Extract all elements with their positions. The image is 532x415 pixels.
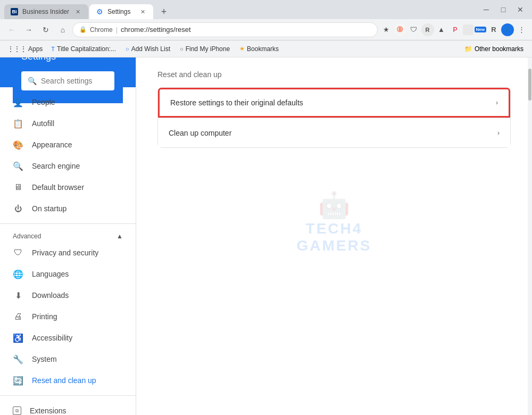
- nav-right-icons: ★ Ⓑ 🛡 R ▲ P New R 👤 ⋮: [380, 23, 528, 36]
- sidebar-item-printing[interactable]: 🖨 Printing: [0, 306, 136, 327]
- bookmark-bookmarks-label: Bookmarks: [247, 45, 279, 53]
- tab-business-insider[interactable]: BI Business Insider ✕: [4, 4, 88, 19]
- nav-bar: ← → ↻ ⌂ 🔒 Chrome | chrome://settings/res…: [0, 19, 532, 40]
- sidebar-item-default-browser-label: Default browser: [32, 183, 84, 192]
- sidebar-item-appearance[interactable]: 🎨 Appearance: [0, 134, 136, 155]
- minimize-button[interactable]: ─: [479, 2, 494, 17]
- bookmark-find-iphone[interactable]: ○ Find My iPhone: [176, 44, 234, 54]
- address-separator: |: [116, 26, 118, 34]
- search-input[interactable]: [41, 77, 134, 85]
- tab-close-settings[interactable]: ✕: [138, 7, 147, 16]
- advanced-chevron-up-icon: ▲: [117, 233, 123, 240]
- privacy-icon: 🛡: [13, 247, 23, 258]
- home-button[interactable]: ⌂: [55, 22, 70, 37]
- sidebar-item-autofill-label: Autofill: [32, 119, 54, 128]
- extensions-box-icon: ⧉: [13, 406, 21, 415]
- tab-favicon-settings: ⚙: [96, 8, 103, 15]
- languages-icon: 🌐: [13, 269, 23, 279]
- forward-button[interactable]: →: [21, 22, 36, 37]
- search-icon: 🔍: [28, 77, 37, 85]
- other-bookmarks-label: Other bookmarks: [475, 45, 523, 53]
- restore-defaults-label: Restore settings to their original defau…: [170, 98, 496, 107]
- downloads-icon: ⬇: [13, 290, 23, 301]
- sidebar-item-search-engine[interactable]: 🔍 Search engine: [0, 155, 136, 177]
- title-bar: BI Business Insider ✕ ⚙ Settings ✕ + ─ □…: [0, 0, 532, 19]
- sidebar-item-extensions-label: Extensions: [30, 406, 66, 415]
- tab-close-business-insider[interactable]: ✕: [73, 7, 82, 16]
- system-icon: 🔧: [13, 354, 23, 364]
- new-tab-button[interactable]: +: [156, 4, 171, 19]
- r-extension-icon[interactable]: R: [421, 23, 434, 36]
- extension-icon[interactable]: [463, 24, 473, 35]
- reset-icon: 🔄: [13, 375, 23, 386]
- sidebar-item-appearance-label: Appearance: [32, 140, 72, 149]
- reload-button[interactable]: ↻: [38, 22, 53, 37]
- sidebar-item-downloads-label: Downloads: [32, 291, 69, 300]
- bookmark-title-cap[interactable]: T Title Capitalization:...: [47, 44, 120, 54]
- bookmark-find-iphone-icon: ○: [180, 46, 184, 52]
- accessibility-icon: ♿: [13, 333, 23, 343]
- pinterest-icon[interactable]: P: [449, 23, 462, 36]
- clean-up-computer-item[interactable]: Clean up computer ›: [158, 118, 510, 147]
- menu-button[interactable]: ⋮: [515, 23, 528, 36]
- sidebar-item-default-browser[interactable]: 🖥 Default browser: [0, 177, 136, 198]
- reset-settings-list: Restore settings to their original defau…: [157, 87, 511, 148]
- tab-title-business-insider: Business Insider: [22, 8, 69, 15]
- sidebar-item-languages-label: Languages: [32, 270, 69, 278]
- sidebar-item-downloads[interactable]: ⬇ Downloads: [0, 285, 136, 306]
- watermark-icon: 🤖: [318, 190, 350, 220]
- bookmark-bookmarks[interactable]: ★ Bookmarks: [235, 44, 283, 54]
- apps-label: Apps: [28, 45, 43, 53]
- sidebar-item-reset[interactable]: 🔄 Reset and clean up: [0, 370, 136, 391]
- close-button[interactable]: ✕: [513, 2, 528, 17]
- restore-defaults-item[interactable]: Restore settings to their original defau…: [158, 88, 510, 118]
- sidebar-item-on-startup[interactable]: ⏻ On startup: [0, 198, 136, 219]
- autofill-icon: 📋: [13, 118, 23, 129]
- maximize-button[interactable]: □: [496, 2, 511, 17]
- watermark-text: TECH4: [306, 220, 363, 237]
- sidebar-item-accessibility-label: Accessibility: [32, 334, 72, 342]
- shield-icon[interactable]: 🛡: [408, 23, 420, 36]
- sidebar-item-autofill[interactable]: 📋 Autofill: [0, 113, 136, 134]
- advanced-section[interactable]: Advanced ▲: [0, 228, 136, 242]
- sidebar-item-privacy[interactable]: 🛡 Privacy and security: [0, 242, 136, 263]
- sidebar-nav: 👤 People 📋 Autofill 🎨 Appearance 🔍 Searc…: [0, 87, 136, 415]
- watermark-text2: GAMERS: [297, 237, 372, 254]
- bookmark-title-cap-label: Title Capitalization:...: [57, 45, 116, 53]
- bookmark-title-cap-icon: T: [51, 46, 55, 52]
- tab-settings[interactable]: ⚙ Settings ✕: [89, 4, 153, 19]
- section-title: Reset and clean up: [157, 70, 511, 79]
- scrollbar-thumb[interactable]: [528, 69, 531, 101]
- other-bookmarks[interactable]: 📁 Other bookmarks: [460, 44, 528, 54]
- r2-icon[interactable]: R: [487, 23, 500, 36]
- scrollbar-track[interactable]: [528, 57, 532, 415]
- settings-title: Settings: [21, 57, 56, 62]
- address-url: chrome://settings/reset: [121, 26, 191, 34]
- lock-icon: 🔒: [79, 26, 87, 33]
- appearance-icon: 🎨: [13, 139, 23, 150]
- brave-icon[interactable]: Ⓑ: [394, 23, 406, 36]
- sidebar-item-people[interactable]: 👤 People: [0, 92, 136, 113]
- new-badge: New: [475, 27, 486, 32]
- sidebar-item-system[interactable]: 🔧 System: [0, 348, 136, 370]
- sidebar-item-extensions[interactable]: ⧉ Extensions: [0, 400, 136, 415]
- sidebar-item-on-startup-label: On startup: [32, 204, 66, 213]
- tab-title-settings: Settings: [107, 8, 134, 15]
- bookmark-wish-list-label: Add Wish List: [131, 45, 170, 53]
- bookmark-apps[interactable]: ⋮⋮⋮ Apps: [4, 44, 46, 54]
- sidebar-item-privacy-label: Privacy and security: [32, 248, 98, 257]
- back-button[interactable]: ←: [4, 22, 19, 37]
- bookmark-wish-list[interactable]: ○ Add Wish List: [121, 44, 174, 54]
- main-content: Reset and clean up Restore settings to t…: [136, 57, 532, 267]
- browser-frame: BI Business Insider ✕ ⚙ Settings ✕ + ─ □…: [0, 0, 532, 415]
- sidebar-item-languages[interactable]: 🌐 Languages: [0, 263, 136, 285]
- nav-divider-1: [0, 223, 136, 224]
- bookmark-wish-list-icon: ○: [126, 46, 129, 52]
- search-engine-icon: 🔍: [13, 161, 23, 171]
- sidebar-item-accessibility[interactable]: ♿ Accessibility: [0, 327, 136, 348]
- upload-icon[interactable]: ▲: [435, 23, 448, 36]
- sidebar-item-printing-label: Printing: [32, 312, 57, 321]
- profile-button[interactable]: 👤: [501, 23, 514, 36]
- bookmark-star-icon[interactable]: ★: [380, 23, 393, 36]
- address-bar[interactable]: 🔒 Chrome | chrome://settings/reset: [72, 22, 378, 37]
